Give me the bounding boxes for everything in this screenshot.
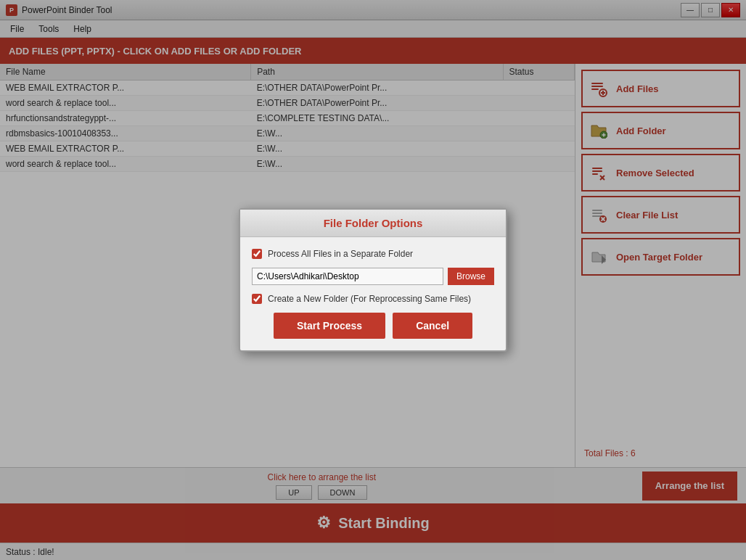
modal-title: File Folder Options (240, 210, 506, 237)
modal-actions: Start Process Cancel (252, 313, 494, 339)
process-folder-row: Process All Files in a Separate Folder (252, 249, 494, 259)
path-input[interactable] (252, 268, 443, 285)
cancel-button[interactable]: Cancel (393, 313, 472, 339)
modal-dialog: File Folder Options Process All Files in… (239, 208, 507, 352)
new-folder-row: Create a New Folder (For Reprocessing Sa… (252, 294, 494, 304)
path-row: Browse (252, 268, 494, 285)
modal-overlay: File Folder Options Process All Files in… (0, 0, 746, 560)
new-folder-checkbox[interactable] (252, 294, 262, 304)
start-process-button[interactable]: Start Process (274, 313, 385, 339)
modal-body: Process All Files in a Separate Folder B… (240, 237, 506, 350)
new-folder-label: Create a New Folder (For Reprocessing Sa… (268, 294, 471, 304)
process-folder-label: Process All Files in a Separate Folder (268, 249, 413, 259)
browse-button[interactable]: Browse (448, 268, 494, 285)
process-folder-checkbox[interactable] (252, 249, 262, 259)
